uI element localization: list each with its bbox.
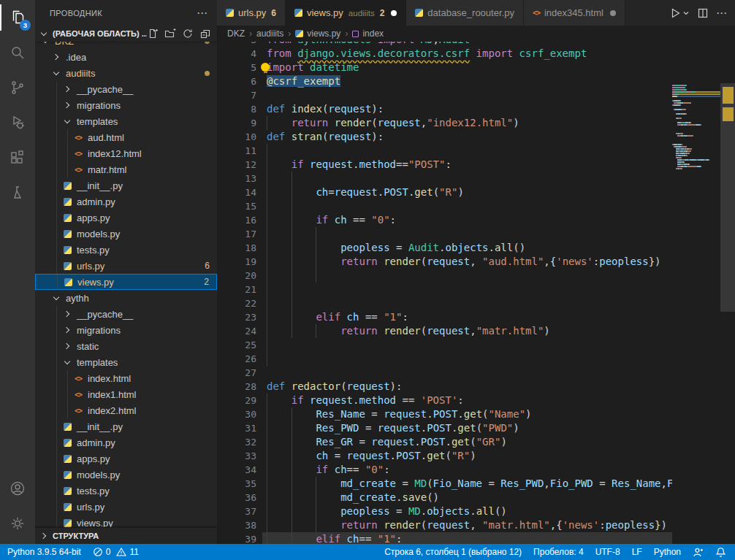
- settings-button[interactable]: [0, 506, 35, 541]
- tree-item-aud.html[interactable]: <>aud.html: [35, 129, 217, 145]
- tree-item-apps.py[interactable]: apps.py: [35, 450, 217, 467]
- code-line[interactable]: return render(request,"index12.html"): [262, 116, 672, 130]
- code-line[interactable]: elif ch== "1":: [262, 532, 672, 544]
- activity-testing[interactable]: [0, 175, 35, 210]
- tree-item-models.py[interactable]: models.py: [35, 226, 217, 242]
- activity-search[interactable]: [0, 35, 35, 70]
- feedback-button[interactable]: [687, 544, 709, 560]
- code-line[interactable]: if ch == "0":: [262, 213, 672, 227]
- tree-item-urls.py[interactable]: urls.py6: [35, 258, 217, 274]
- code-line[interactable]: ch=request.POST.get("R"): [262, 185, 672, 199]
- tree-item-tests.py[interactable]: tests.py: [35, 483, 217, 499]
- code-line[interactable]: Res_Name = request.POST.get("Name"): [262, 407, 672, 421]
- code-line[interactable]: Res_PWD = request.POST.get("PWD"): [262, 421, 672, 435]
- collapse-folders-icon[interactable]: [199, 28, 211, 39]
- new-file-icon[interactable]: [147, 28, 159, 39]
- code-line[interactable]: ch = request.POST.get("R"): [262, 449, 672, 463]
- tree-item-views.py[interactable]: views.py2: [35, 274, 217, 290]
- code-editor[interactable]: 3from aythh.models import MD,Audit4from …: [217, 42, 735, 544]
- notifications-button[interactable]: [709, 544, 735, 560]
- breadcrumb-item-audiiits[interactable]: audiiits: [256, 28, 283, 39]
- tree-item-audiiits[interactable]: audiiits: [35, 65, 217, 81]
- tree-item-index2.html[interactable]: <>index2.html: [35, 402, 217, 418]
- minimap[interactable]: [672, 83, 720, 544]
- python-interpreter-status[interactable]: Python 3.9.5 64-bit: [0, 544, 87, 560]
- tree-item-templates[interactable]: templates: [35, 113, 217, 129]
- explorer-more-actions-icon[interactable]: ⋯: [197, 7, 208, 20]
- language-mode-status[interactable]: Python: [648, 544, 687, 560]
- code-line[interactable]: [262, 172, 672, 185]
- tree-item-admin.py[interactable]: admin.py: [35, 193, 217, 210]
- activity-extensions[interactable]: [0, 140, 35, 175]
- tree-item-index.html[interactable]: <>index.html: [35, 370, 217, 386]
- code-line[interactable]: [262, 366, 672, 380]
- tree-item-templates[interactable]: templates: [35, 354, 217, 370]
- run-python-file-button[interactable]: [669, 7, 690, 19]
- tree-item-static[interactable]: static: [35, 338, 217, 354]
- code-line[interactable]: def redactor(request):: [262, 380, 672, 394]
- eol-status[interactable]: LF: [626, 544, 648, 560]
- code-line[interactable]: [262, 88, 672, 102]
- code-line[interactable]: return render(request,"matr.html"): [262, 324, 672, 338]
- code-line[interactable]: if request.method=="POST":: [262, 158, 672, 172]
- activity-run-debug[interactable]: [0, 105, 35, 140]
- editor-tab-index345.html[interactable]: <>index345.html: [524, 0, 625, 26]
- code-line[interactable]: peopless = MD.objects.all(): [262, 505, 672, 518]
- tree-item-__init__.py[interactable]: __init__.py: [35, 418, 217, 434]
- breadcrumb-item-index[interactable]: index: [352, 28, 384, 39]
- unsaved-dot-icon[interactable]: [610, 10, 616, 16]
- code-line[interactable]: if ch== "0":: [262, 463, 672, 477]
- tree-item-DKZ[interactable]: DKZ: [35, 42, 217, 49]
- tree-item-urls.py[interactable]: urls.py: [35, 499, 217, 515]
- code-line[interactable]: elif ch == "1":: [262, 310, 672, 324]
- code-line[interactable]: [262, 338, 672, 352]
- code-line[interactable]: from aythh.models import MD,Audit: [262, 42, 672, 47]
- code-line[interactable]: @csrf_exempt: [262, 74, 672, 88]
- tree-item-migrations[interactable]: migrations: [35, 322, 217, 338]
- tree-item-index12.html[interactable]: <>index12.html: [35, 145, 217, 161]
- code-line[interactable]: peopless = Audit.objects.all(): [262, 241, 672, 255]
- code-line[interactable]: def index(request):: [262, 102, 672, 116]
- tree-item-matr.html[interactable]: <>matr.html: [35, 161, 217, 177]
- tree-item-index1.html[interactable]: <>index1.html: [35, 386, 217, 402]
- editor-tab-views.py[interactable]: views.pyaudiiits2: [286, 0, 406, 26]
- code-line[interactable]: def stran(request):: [262, 130, 672, 144]
- code-line[interactable]: [262, 199, 672, 213]
- code-line[interactable]: Res_GR = request.POST.get("GR"): [262, 435, 672, 449]
- tree-item-__pycache__[interactable]: __pycache__: [35, 306, 217, 322]
- code-line[interactable]: [262, 269, 672, 283]
- code-line[interactable]: import datetime: [262, 61, 672, 74]
- refresh-icon[interactable]: [182, 28, 194, 39]
- tree-item-apps.py[interactable]: apps.py: [35, 210, 217, 226]
- more-actions-icon[interactable]: ⋯: [716, 7, 728, 20]
- tree-item-__init__.py[interactable]: __init__.py: [35, 177, 217, 193]
- editor-tab-urls.py[interactable]: urls.py6: [217, 0, 286, 26]
- tree-item-models.py[interactable]: models.py: [35, 467, 217, 483]
- code-line[interactable]: [262, 283, 672, 296]
- code-line[interactable]: from django.views.decorators.csrf import…: [262, 47, 672, 61]
- overview-ruler[interactable]: [720, 83, 735, 544]
- tree-item-.idea[interactable]: .idea: [35, 49, 217, 65]
- code-line[interactable]: md_create = MD(Fio_Name = Res_PWD,Fio_PW…: [262, 477, 672, 491]
- encoding-status[interactable]: UTF-8: [590, 544, 626, 560]
- breadcrumb-item-views.py[interactable]: views.py: [295, 28, 340, 39]
- activity-source-control[interactable]: [0, 70, 35, 105]
- code-line[interactable]: [262, 352, 672, 366]
- workspace-section-header[interactable]: (РАБОЧАЯ ОБЛАСТЬ) ...: [35, 26, 217, 42]
- problems-status[interactable]: 0 11: [87, 544, 145, 560]
- structure-section-header[interactable]: СТРУКТУРА: [35, 527, 217, 544]
- tree-item-migrations[interactable]: migrations: [35, 97, 217, 113]
- code-line[interactable]: return render(request, "aud.html",{'news…: [262, 255, 672, 269]
- unsaved-dot-icon[interactable]: [391, 10, 397, 16]
- code-line[interactable]: return render(request, "matr.html",{'new…: [262, 518, 672, 532]
- code-line[interactable]: md_create.save(): [262, 491, 672, 505]
- code-line[interactable]: [262, 227, 672, 241]
- split-editor-icon[interactable]: [697, 7, 709, 19]
- tree-item-tests.py[interactable]: tests.py: [35, 242, 217, 258]
- code-line[interactable]: if request.method == 'POST':: [262, 394, 672, 407]
- tree-item-aythh[interactable]: aythh: [35, 290, 217, 306]
- account-button[interactable]: [0, 471, 35, 506]
- activity-explorer[interactable]: 3: [0, 0, 35, 35]
- lightbulb-icon[interactable]: [261, 63, 270, 72]
- cursor-position-status[interactable]: Строка 6, столбец 1 (выбрано 12): [378, 544, 528, 560]
